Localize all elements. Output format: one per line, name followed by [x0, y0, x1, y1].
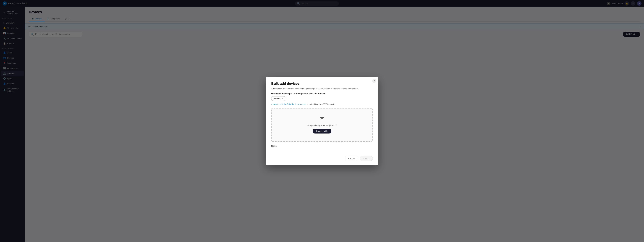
csv-help-suffix: about editing the CSV template	[307, 103, 335, 105]
modal-title: Bulk-add devices	[271, 82, 373, 86]
choose-file-button[interactable]: Choose a file	[312, 129, 332, 133]
modal-subtitle: Add multiple XoD devices at once by uplo…	[271, 87, 373, 90]
bulk-add-modal: × Bulk-add devices Add multiple XoD devi…	[266, 77, 378, 166]
modal-close-button[interactable]: ×	[372, 79, 376, 83]
csv-help-row: › How to edit the CSV file. Learn more a…	[271, 103, 373, 105]
import-button[interactable]: Import	[360, 156, 373, 161]
drop-zone[interactable]: Drag and drop a file to upload or Choose…	[271, 108, 373, 142]
upload-icon	[319, 116, 325, 122]
download-button[interactable]: Download	[271, 96, 286, 101]
chevron-right-icon: ›	[271, 103, 272, 105]
modal-instruction: Download the sample CSV template to star…	[271, 92, 373, 95]
name-value	[271, 148, 373, 151]
csv-help-link[interactable]: How to edit the CSV file. Learn more	[273, 103, 306, 105]
cancel-button[interactable]: Cancel	[345, 156, 358, 161]
drop-text: Drag and drop a file to upload or	[275, 124, 369, 126]
name-label: Name:	[271, 145, 373, 147]
name-section: Name:	[271, 145, 373, 151]
modal-footer: Cancel Import	[271, 156, 373, 161]
modal-overlay[interactable]: × Bulk-add devices Add multiple XoD devi…	[0, 0, 644, 242]
